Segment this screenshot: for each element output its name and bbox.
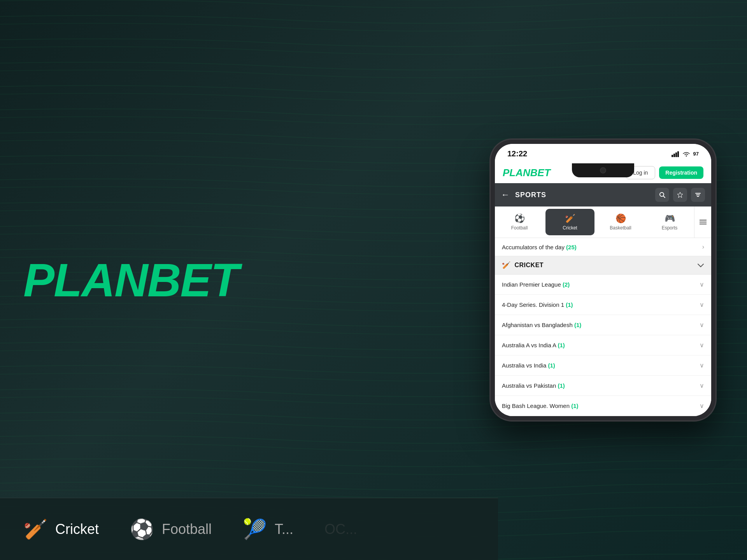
basketball-tab-icon: 🏀: [615, 214, 626, 224]
accumulator-chevron: ›: [702, 243, 704, 250]
league-row[interactable]: Australia vs India (1) ∨: [495, 355, 711, 376]
tennis-icon: 🎾: [243, 518, 267, 541]
league-chevron: ∨: [700, 321, 704, 329]
front-camera: [600, 167, 606, 173]
league-name: Australia vs Pakistan (1): [502, 382, 565, 389]
menu-icon: [700, 219, 707, 225]
search-icon: [659, 192, 665, 198]
league-row[interactable]: Australia A vs India A (1) ∨: [495, 335, 711, 355]
battery-icon: 97: [693, 151, 699, 157]
filter-button[interactable]: [691, 188, 705, 202]
svg-marker-8: [677, 192, 683, 198]
league-name: Australia vs India (1): [502, 362, 555, 369]
accumulator-text: Accumulators of the day (25): [502, 244, 577, 250]
league-count: (1): [566, 301, 573, 308]
league-count: (1): [571, 402, 578, 409]
league-chevron: ∨: [700, 402, 704, 410]
svg-point-5: [686, 155, 687, 156]
bg-logo-bet: BET: [147, 254, 238, 306]
signal-icon: [672, 151, 679, 157]
cricket-tab-icon: 🏏: [565, 214, 575, 224]
bg-logo-plan: PLAN: [23, 254, 147, 306]
tab-cricket[interactable]: 🏏 Cricket: [545, 209, 594, 235]
status-bar: 12:22 97: [495, 144, 711, 161]
svg-rect-2: [673, 154, 675, 157]
league-row[interactable]: 4-Day Series. Division 1 (1) ∨: [495, 295, 711, 315]
svg-line-16: [701, 264, 703, 267]
bg-nav-football[interactable]: ⚽ Football: [130, 518, 212, 541]
nav-bar: ← SPORTS: [495, 183, 711, 206]
league-name: Indian Premier League (2): [502, 281, 570, 288]
phone-screen: 12:22 97: [495, 144, 711, 416]
accumulator-row[interactable]: Accumulators of the day (25) ›: [495, 238, 711, 256]
bg-nav-bar: 🏏 Cricket ⚽ Football 🎾 T... OC...: [0, 498, 498, 560]
league-name: 4-Day Series. Division 1 (1): [502, 301, 573, 308]
league-chevron: ∨: [700, 382, 704, 389]
app-logo: PLANBET: [503, 167, 551, 179]
bg-nav-cricket-label: Cricket: [55, 521, 99, 537]
bg-nav-more-label: T...: [275, 521, 293, 537]
football-tab-icon: ⚽: [514, 214, 525, 224]
cricket-bat-icon: 🏏: [23, 518, 47, 541]
favorites-button[interactable]: [673, 188, 687, 202]
league-count: (2): [563, 281, 570, 288]
phone-notch: [572, 163, 634, 177]
filter-icon: [695, 192, 701, 198]
nav-title: SPORTS: [515, 191, 546, 199]
league-row[interactable]: Australia vs Pakistan (1) ∨: [495, 376, 711, 396]
sports-tabs: ⚽ Football 🏏 Cricket 🏀 Basketball 🎮 Espo…: [495, 206, 711, 238]
league-chevron: ∨: [700, 362, 704, 369]
status-icons: 97: [672, 151, 699, 157]
app-logo-bet: BET: [530, 167, 551, 178]
league-count: (1): [558, 382, 565, 389]
phone: 12:22 97: [490, 139, 716, 421]
league-count: (1): [574, 322, 581, 328]
league-row[interactable]: Indian Premier League (2) ∨: [495, 275, 711, 295]
nav-right: [655, 188, 705, 202]
accumulator-count: (25): [566, 244, 577, 250]
cricket-tab-label: Cricket: [563, 225, 577, 231]
bg-logo: PLANBET: [23, 253, 238, 307]
back-button[interactable]: ←: [501, 190, 510, 200]
svg-rect-3: [675, 152, 677, 157]
league-name: Australia A vs India A (1): [502, 342, 565, 348]
football-icon: ⚽: [130, 518, 154, 541]
bg-nav-fade: OC...: [324, 521, 357, 537]
wifi-icon: [682, 151, 690, 157]
league-chevron: ∨: [700, 341, 704, 349]
cricket-section-header: 🏏 CRICKET: [495, 256, 711, 275]
register-button[interactable]: Registration: [659, 166, 703, 179]
cricket-section-title: CRICKET: [515, 262, 544, 269]
accumulator-label: Accumulators of the day: [502, 244, 565, 250]
bg-nav-tennis[interactable]: 🎾 T...: [243, 518, 293, 541]
phone-wrapper: 12:22 97: [490, 139, 716, 421]
league-row[interactable]: Afghanistan vs Bangladesh (1) ∨: [495, 315, 711, 335]
league-chevron: ∨: [700, 281, 704, 288]
esports-tab-label: Esports: [662, 225, 678, 231]
svg-line-7: [663, 196, 665, 198]
league-row[interactable]: Big Bash League. Women (1) ∨: [495, 396, 711, 416]
football-tab-label: Football: [511, 225, 528, 231]
league-name: Big Bash League. Women (1): [502, 402, 579, 409]
tab-esports[interactable]: 🎮 Esports: [645, 206, 694, 238]
esports-tab-icon: 🎮: [665, 214, 675, 224]
league-list: Indian Premier League (2) ∨ 4-Day Series…: [495, 275, 711, 416]
league-count: (1): [548, 362, 555, 369]
bg-nav-cricket[interactable]: 🏏 Cricket: [23, 518, 99, 541]
league-count: (1): [558, 342, 565, 348]
status-time: 12:22: [507, 149, 527, 158]
basketball-tab-label: Basketball: [610, 225, 631, 231]
section-collapse-button[interactable]: [697, 261, 704, 270]
tab-basketball[interactable]: 🏀 Basketball: [596, 206, 645, 238]
svg-rect-1: [672, 155, 673, 157]
league-name: Afghanistan vs Bangladesh (1): [502, 322, 581, 328]
bg-nav-more: OC...: [324, 521, 357, 537]
app-logo-plan: PLAN: [503, 167, 530, 178]
search-button[interactable]: [655, 188, 669, 202]
star-icon: [677, 192, 683, 198]
sports-more-button[interactable]: [694, 206, 711, 238]
league-chevron: ∨: [700, 301, 704, 308]
tab-football[interactable]: ⚽ Football: [495, 206, 544, 238]
bg-nav-football-label: Football: [162, 521, 212, 537]
header-actions: Log in Registration: [626, 166, 703, 179]
